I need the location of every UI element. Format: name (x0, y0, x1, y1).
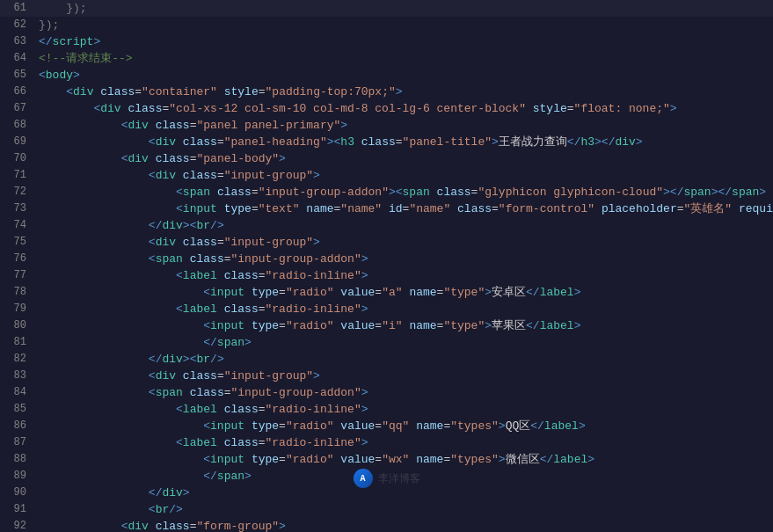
line-content: <span class="input-group-addon"> (33, 251, 773, 267)
line-number: 89 (0, 468, 33, 485)
code-line: 73 <input type="text" name="name" id="na… (0, 200, 773, 217)
line-number: 84 (0, 384, 33, 401)
code-line: 75 <div class="input-group"> (0, 234, 773, 251)
line-number: 67 (0, 100, 33, 117)
line-content: <div class="input-group"> (33, 234, 773, 251)
line-number: 66 (0, 84, 33, 100)
code-line: 89 </span> (0, 468, 773, 485)
line-number: 91 (0, 501, 33, 518)
line-content: <label class="radio-inline"> (33, 434, 773, 451)
line-number: 77 (0, 267, 33, 284)
line-content: }); (33, 0, 773, 17)
code-line: 70 <div class="panel-body"> (0, 150, 773, 167)
code-line: 74 </div><br/> (0, 217, 773, 234)
line-number: 62 (0, 17, 33, 33)
line-content: <label class="radio-inline"> (33, 267, 773, 284)
line-number: 75 (0, 234, 33, 251)
line-number: 71 (0, 167, 33, 184)
line-content: <span class="input-group-addon"> (33, 384, 773, 401)
line-content: </div> (33, 485, 773, 501)
line-number: 80 (0, 317, 33, 334)
line-number: 88 (0, 451, 33, 468)
line-content: </span> (33, 468, 773, 485)
line-number: 90 (0, 485, 33, 501)
line-number: 63 (0, 33, 33, 50)
line-content: }); (33, 17, 773, 33)
code-line: 82 </div><br/> (0, 351, 773, 368)
line-content: <label class="radio-inline"> (33, 301, 773, 317)
line-content: </div><br/> (33, 217, 773, 234)
code-line: 92 <div class="form-group"> (0, 518, 773, 532)
line-content: <label class="radio-inline"> (33, 401, 773, 418)
line-number: 65 (0, 67, 33, 84)
code-line: 80 <input type="radio" value="i" name="t… (0, 317, 773, 334)
code-line: 87 <label class="radio-inline"> (0, 434, 773, 451)
line-number: 85 (0, 401, 33, 418)
line-number: 61 (0, 0, 33, 17)
code-line: 86 <input type="radio" value="qq" name="… (0, 418, 773, 434)
line-content: <div class="input-group"> (33, 167, 773, 184)
line-content: <div class="panel-heading"><h3 class="pa… (33, 134, 773, 150)
code-line: 69 <div class="panel-heading"><h3 class=… (0, 134, 773, 150)
line-number: 70 (0, 150, 33, 167)
line-number: 79 (0, 301, 33, 317)
code-line: 85 <label class="radio-inline"> (0, 401, 773, 418)
line-number: 76 (0, 251, 33, 267)
line-number: 92 (0, 518, 33, 532)
code-line: 81 </span> (0, 334, 773, 351)
line-content: <body> (33, 67, 773, 84)
line-number: 82 (0, 351, 33, 368)
line-content: </span> (33, 334, 773, 351)
code-line: 65<body> (0, 67, 773, 84)
line-number: 81 (0, 334, 33, 351)
code-line: 71 <div class="input-group"> (0, 167, 773, 184)
line-number: 68 (0, 117, 33, 134)
line-content: <div class="container" style="padding-to… (33, 84, 773, 100)
line-content: <input type="radio" value="qq" name="typ… (33, 418, 773, 434)
line-content: <input type="radio" value="i" name="type… (33, 317, 773, 334)
line-number: 74 (0, 217, 33, 234)
code-line: 90 </div> (0, 485, 773, 501)
line-number: 64 (0, 50, 33, 67)
code-line: 67 <div class="col-xs-12 col-sm-10 col-m… (0, 100, 773, 117)
code-line: 66 <div class="container" style="padding… (0, 84, 773, 100)
code-line: 84 <span class="input-group-addon"> (0, 384, 773, 401)
code-line: 83 <div class="input-group"> (0, 368, 773, 384)
line-content: </div><br/> (33, 351, 773, 368)
line-content: <div class="input-group"> (33, 368, 773, 384)
line-content: <div class="panel-body"> (33, 150, 773, 167)
code-line: 91 <br/> (0, 501, 773, 518)
line-content: </script> (33, 33, 773, 50)
line-number: 87 (0, 434, 33, 451)
line-content: <div class="form-group"> (33, 518, 773, 532)
code-line: 76 <span class="input-group-addon"> (0, 251, 773, 267)
code-line: 88 <input type="radio" value="wx" name="… (0, 451, 773, 468)
code-line: 78 <input type="radio" value="a" name="t… (0, 284, 773, 301)
code-line: 68 <div class="panel panel-primary"> (0, 117, 773, 134)
code-editor: 61 });62});63</script>64<!--请求结束-->65<bo… (0, 0, 773, 532)
line-number: 86 (0, 418, 33, 434)
code-line: 61 }); (0, 0, 773, 17)
code-line: 62}); (0, 17, 773, 33)
line-number: 69 (0, 134, 33, 150)
code-lines: 61 });62});63</script>64<!--请求结束-->65<bo… (0, 0, 773, 532)
line-content: <span class="input-group-addon"><span cl… (33, 184, 773, 200)
line-number: 83 (0, 368, 33, 384)
code-line: 64<!--请求结束--> (0, 50, 773, 67)
line-content: <input type="radio" value="a" name="type… (33, 284, 773, 301)
code-line: 72 <span class="input-group-addon"><span… (0, 184, 773, 200)
code-line: 77 <label class="radio-inline"> (0, 267, 773, 284)
line-content: <div class="col-xs-12 col-sm-10 col-md-8… (33, 100, 773, 117)
code-line: 63</script> (0, 33, 773, 50)
line-content: <br/> (33, 501, 773, 518)
line-number: 78 (0, 284, 33, 301)
code-line: 79 <label class="radio-inline"> (0, 301, 773, 317)
line-content: <input type="text" name="name" id="name"… (33, 200, 773, 217)
line-number: 73 (0, 200, 33, 217)
line-number: 72 (0, 184, 33, 200)
line-content: <input type="radio" value="wx" name="typ… (33, 451, 773, 468)
line-content: <div class="panel panel-primary"> (33, 117, 773, 134)
line-content: <!--请求结束--> (33, 50, 773, 67)
